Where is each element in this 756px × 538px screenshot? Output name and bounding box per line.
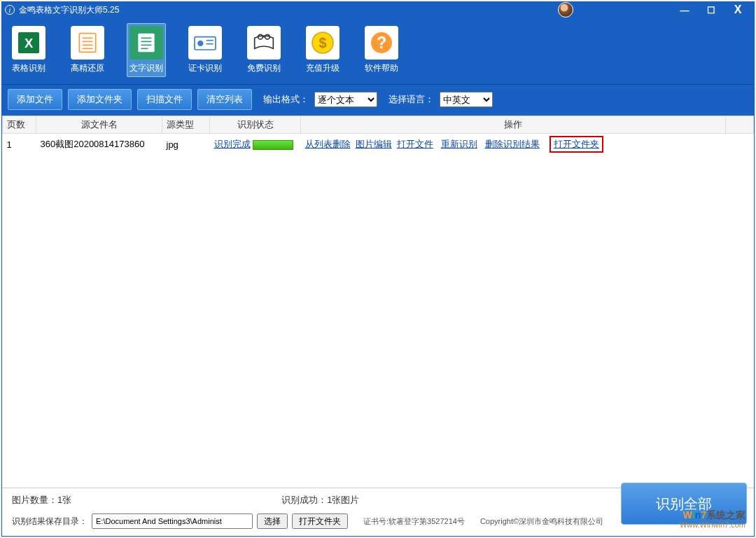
select-language-label: 选择语言： <box>388 93 434 106</box>
maximize-button[interactable]: ☐ <box>698 4 724 16</box>
scan-file-button[interactable]: 扫描文件 <box>137 89 192 110</box>
svg-point-13 <box>197 41 203 46</box>
language-select[interactable]: 中英文 <box>440 92 493 107</box>
add-file-button[interactable]: 添加文件 <box>8 89 62 110</box>
svg-text:?: ? <box>377 34 386 52</box>
tool-label: 文字识别 <box>130 62 163 74</box>
status-bar: 图片数量：1张 识别成功：1张图片 识别结果保存目录： 选择 打开文件夹 证书号… <box>2 488 754 536</box>
info-icon: i <box>5 5 15 15</box>
th-ops[interactable]: 操作 <box>301 116 726 134</box>
svg-rect-2 <box>79 34 95 53</box>
avatar[interactable] <box>558 2 573 18</box>
titlebar: i 金鸣表格文字识别大师5.25 — ☐ X <box>2 2 754 18</box>
status-link[interactable]: 识别完成 <box>214 139 251 149</box>
tool-label: 充值升级 <box>306 62 340 74</box>
secondary-toolbar: 添加文件 添加文件夹 扫描文件 清空列表 输出格式： 逐个文本 选择语言： 中英… <box>2 84 754 116</box>
tool-label: 表格识别 <box>12 62 46 74</box>
clear-list-button[interactable]: 清空列表 <box>197 89 252 110</box>
tool-label: 证卡识别 <box>188 62 222 74</box>
excel-icon: X <box>12 26 46 60</box>
highlight-open-folder: 打开文件夹 <box>550 136 603 153</box>
th-blank[interactable] <box>726 116 754 134</box>
tool-label: 软件帮助 <box>365 62 398 74</box>
svg-text:X: X <box>24 36 34 50</box>
tool-recharge[interactable]: $ 充值升级 <box>303 23 342 77</box>
th-src[interactable]: 源文件名 <box>36 116 162 134</box>
op-remove-link[interactable]: 从列表删除 <box>305 139 351 149</box>
op-open-folder-link[interactable]: 打开文件夹 <box>554 139 599 149</box>
help-icon: ? <box>365 26 398 60</box>
tool-free-recognize[interactable]: 免费识别 <box>244 23 284 77</box>
save-dir-label: 识别结果保存目录： <box>12 516 88 527</box>
cert-text: 证书号:软著登字第3527214号 <box>363 516 465 527</box>
progress-bar <box>253 140 293 150</box>
app-title: 金鸣表格文字识别大师5.25 <box>19 4 119 16</box>
tool-card-recognize[interactable]: 证卡识别 <box>186 23 225 77</box>
op-delete-result-link[interactable]: 删除识别结果 <box>485 139 540 149</box>
save-path-input[interactable] <box>92 513 253 529</box>
restore-icon <box>71 26 104 60</box>
recognize-all-button[interactable]: 识别全部 <box>621 483 747 525</box>
book-icon <box>247 26 281 60</box>
table-area: 页数 源文件名 源类型 识别状态 操作 1 360截图2020081417386… <box>2 116 754 488</box>
op-edit-link[interactable]: 图片编辑 <box>356 139 392 149</box>
tool-high-precision[interactable]: 高精还原 <box>68 23 107 77</box>
th-type[interactable]: 源类型 <box>162 116 210 134</box>
text-icon <box>130 26 163 60</box>
minimize-button[interactable]: — <box>671 4 698 16</box>
card-icon <box>188 26 222 60</box>
recognize-success: 识别成功：1张图片 <box>281 494 359 506</box>
cell-status: 识别完成 <box>210 134 301 156</box>
th-page[interactable]: 页数 <box>3 116 36 134</box>
table-row[interactable]: 1 360截图20200814173860 jpg 识别完成 从列表删除 图片编… <box>3 134 754 156</box>
cell-type: jpg <box>162 134 210 156</box>
main-toolbar: X 表格识别 高精还原 文字识别 证卡识别 免费识别 <box>2 18 754 84</box>
output-format-label: 输出格式： <box>263 93 309 106</box>
tool-text-recognize[interactable]: 文字识别 <box>127 23 166 77</box>
th-status[interactable]: 识别状态 <box>210 116 301 134</box>
cell-page: 1 <box>3 134 36 156</box>
tool-help[interactable]: ? 软件帮助 <box>362 23 401 77</box>
choose-button[interactable]: 选择 <box>257 513 288 529</box>
open-folder-button[interactable]: 打开文件夹 <box>292 513 348 529</box>
tool-label: 免费识别 <box>247 62 281 74</box>
op-rerecognize-link[interactable]: 重新识别 <box>441 139 477 149</box>
copyright-text: Copyright©深圳市金鸣科技有限公司 <box>480 516 603 527</box>
coin-icon: $ <box>306 26 340 60</box>
pic-count: 图片数量：1张 <box>12 494 71 506</box>
cell-ops: 从列表删除 图片编辑 打开文件 重新识别 删除识别结果 打开文件夹 <box>301 134 726 156</box>
close-button[interactable]: X <box>724 4 751 16</box>
svg-text:$: $ <box>318 35 326 50</box>
tool-label: 高精还原 <box>71 62 104 74</box>
op-open-link[interactable]: 打开文件 <box>397 139 433 149</box>
svg-rect-7 <box>138 34 154 53</box>
tool-table-recognize[interactable]: X 表格识别 <box>9 23 48 77</box>
add-folder-button[interactable]: 添加文件夹 <box>68 89 132 110</box>
output-format-select[interactable]: 逐个文本 <box>314 92 377 107</box>
cell-src: 360截图20200814173860 <box>36 134 162 156</box>
